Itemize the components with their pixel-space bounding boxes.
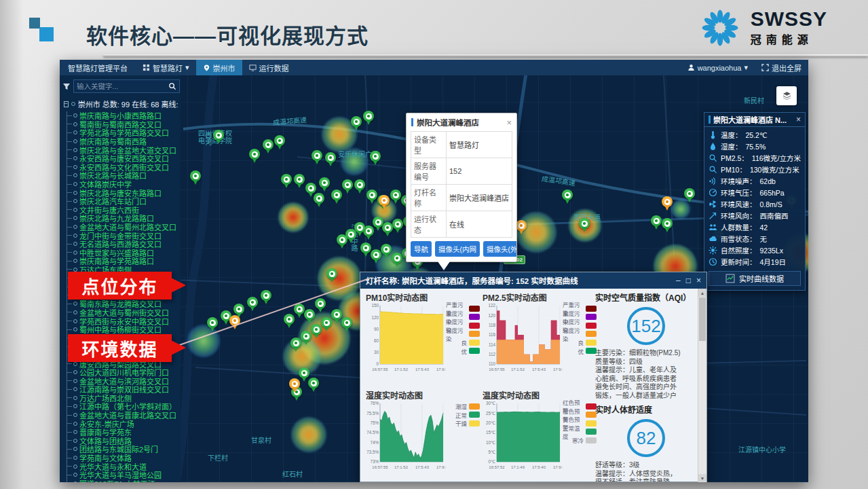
streetlight-pin[interactable] bbox=[351, 116, 362, 130]
tree-item[interactable]: 蜀南街与蜀南西路交叉口 bbox=[67, 120, 178, 129]
streetlight-pin[interactable] bbox=[325, 152, 336, 166]
streetlight-pin[interactable] bbox=[263, 139, 273, 153]
streetlight-pin[interactable] bbox=[294, 304, 305, 318]
tree-item[interactable]: 金盆地大道与蜀州北路交叉口 bbox=[67, 223, 178, 232]
tree-item[interactable]: 学苑西街与永安中路交叉口 bbox=[67, 316, 178, 325]
tree-root[interactable]: − 崇州市 总数: 99 在线: 68 离线: 31 bbox=[64, 98, 178, 109]
streetlight-pin[interactable] bbox=[308, 378, 319, 392]
scroll-up-icon[interactable]: ▲ bbox=[698, 289, 706, 297]
streetlight-pin[interactable] bbox=[354, 179, 365, 194]
streetlight-pin[interactable] bbox=[392, 219, 403, 233]
streetlight-pin[interactable] bbox=[281, 174, 292, 188]
streetlight-pin[interactable] bbox=[370, 151, 381, 165]
streetlight-pin[interactable] bbox=[392, 253, 402, 267]
streetlight-pin[interactable] bbox=[304, 309, 315, 323]
close-icon[interactable]: × bbox=[506, 117, 512, 128]
tree-item[interactable]: 学苑北路与学苑西路交叉口 bbox=[67, 128, 178, 137]
tree-item[interactable]: 永安东-崇庆广场 bbox=[67, 419, 178, 428]
streetlight-pin[interactable] bbox=[294, 174, 305, 188]
streetlight-pin[interactable] bbox=[360, 242, 371, 257]
minimize-icon[interactable]: – bbox=[676, 276, 681, 285]
streetlight-pin[interactable] bbox=[249, 149, 260, 163]
streetlight-pin[interactable] bbox=[662, 196, 673, 211]
tree-item[interactable]: 文体路崇庆中学 bbox=[67, 180, 178, 189]
tree-item[interactable]: 崇庆北路与九龙路路口 bbox=[67, 214, 178, 223]
scroll-down-icon[interactable]: ▼ bbox=[698, 474, 706, 482]
tree-item[interactable]: 文体路与团结路 bbox=[67, 437, 178, 446]
tree-item[interactable]: 崇庆北路汽车站门口 bbox=[67, 197, 178, 206]
streetlight-pin[interactable] bbox=[562, 189, 573, 204]
close-icon[interactable]: × bbox=[796, 115, 801, 124]
streetlight-pin[interactable] bbox=[366, 189, 377, 204]
tree-item[interactable]: 崇庆南路与学苑路路口 bbox=[67, 257, 178, 266]
navigate-button[interactable]: 导航 bbox=[411, 241, 432, 257]
exit-fullscreen-button[interactable]: 退出全屏 bbox=[755, 60, 808, 75]
tree-item[interactable]: 无名道路与西游路交叉口 bbox=[67, 240, 178, 249]
streetlight-pin[interactable] bbox=[284, 314, 295, 328]
search-input[interactable] bbox=[77, 82, 168, 90]
tree-item[interactable]: 江源中路（第七小学斜对面） bbox=[67, 402, 178, 411]
tree-item[interactable]: 金盆地大道与蜀州街交叉口 bbox=[67, 308, 178, 317]
tree-item[interactable]: 光华大道与羊马湿地公园 bbox=[67, 471, 178, 479]
streetlight-pin[interactable] bbox=[290, 338, 301, 352]
tree-item[interactable]: 文井街与唐六西街 bbox=[67, 206, 178, 215]
realtime-curve-button[interactable]: 实时曲线数据 bbox=[709, 271, 801, 286]
tree-item[interactable]: 中胜世家与兴盛路路口 bbox=[67, 249, 178, 257]
streetlight-pin[interactable] bbox=[274, 135, 285, 149]
tree-item[interactable]: 国道318至F1-上林西江 bbox=[67, 479, 178, 482]
tree-item[interactable]: 永安西路与唐安西路交叉口 bbox=[67, 154, 178, 163]
camera-external-button[interactable]: 摄像头(外网 bbox=[483, 241, 516, 257]
streetlight-pin[interactable] bbox=[314, 193, 324, 207]
tree-item[interactable]: 江源南路与崇双旧线交叉口 bbox=[67, 385, 178, 394]
tree-item[interactable]: 崇庆南路与蜀南西路 bbox=[67, 137, 178, 146]
close-icon[interactable]: × bbox=[696, 276, 701, 285]
streetlight-pin[interactable] bbox=[516, 220, 527, 234]
streetlight-pin[interactable] bbox=[315, 298, 326, 312]
streetlight-pin[interactable] bbox=[381, 244, 392, 258]
streetlight-pin[interactable] bbox=[382, 222, 393, 236]
streetlight-pin[interactable] bbox=[319, 177, 330, 192]
streetlight-pin[interactable] bbox=[190, 170, 201, 185]
tree-item[interactable]: 崇庆南路与小康西路路口 bbox=[67, 111, 178, 120]
tree-item[interactable]: 公园大道四川机电学院门口 bbox=[67, 368, 178, 377]
nav-item-智慧路灯[interactable]: 智慧路灯▾ bbox=[136, 60, 196, 75]
tree-item[interactable]: 光华大道与永和大道 bbox=[67, 462, 178, 471]
tree-item[interactable]: 金盆地大道与晋康北路交叉口 bbox=[67, 411, 178, 420]
tree-item[interactable]: 蜀南东路与龙腾路交叉口 bbox=[67, 300, 178, 308]
streetlight-pin[interactable] bbox=[371, 249, 381, 264]
streetlight-pin[interactable] bbox=[390, 189, 401, 204]
nav-item-崇州市[interactable]: 崇州市 bbox=[196, 60, 242, 75]
camera-internal-button[interactable]: 摄像头(内网 bbox=[435, 241, 480, 257]
tree-item[interactable]: 永安西路与文化西街交叉口 bbox=[67, 163, 178, 172]
filter-icon[interactable] bbox=[62, 82, 71, 90]
map-layers-button[interactable] bbox=[776, 86, 797, 105]
streetlight-pin[interactable] bbox=[341, 317, 352, 331]
data-curve-header[interactable]: 灯杆名称: 崇阳大道澜峰酒店，服务器编号: 152 实时数据曲线 –□× bbox=[360, 272, 706, 289]
tree-item[interactable]: 金盆地大道与滨河路交叉口 bbox=[67, 376, 178, 385]
tree-item[interactable]: 崇庆北路与长城路口 bbox=[67, 171, 178, 180]
streetlight-pin[interactable] bbox=[326, 268, 337, 283]
tree-item[interactable]: 龙门中街与金带街交叉口 bbox=[67, 231, 178, 240]
streetlight-pin[interactable] bbox=[213, 130, 224, 144]
tree-item[interactable]: 团结路与东城国际2号门 bbox=[67, 445, 178, 454]
streetlight-pin[interactable] bbox=[247, 297, 258, 311]
streetlight-pin[interactable] bbox=[342, 179, 353, 194]
streetlight-pin[interactable] bbox=[379, 195, 390, 209]
tree-item[interactable]: 蜀州中路与杨柳街交叉口 bbox=[67, 325, 178, 334]
streetlight-pin[interactable] bbox=[261, 290, 271, 304]
streetlight-pin[interactable] bbox=[311, 324, 322, 338]
streetlight-pin[interactable] bbox=[312, 150, 322, 164]
streetlight-pin[interactable] bbox=[373, 217, 383, 231]
streetlight-pin[interactable] bbox=[651, 215, 662, 230]
streetlight-pin[interactable] bbox=[301, 331, 312, 345]
tree-item[interactable]: 崇庆北路与唐安东路路口 bbox=[67, 188, 178, 197]
tree-item[interactable]: 晋康南与学苑东 bbox=[67, 428, 178, 437]
search-icon[interactable] bbox=[168, 82, 176, 90]
streetlight-pin[interactable] bbox=[331, 309, 342, 323]
tree-item[interactable]: 崇庆北路与金盆地大道交叉口 bbox=[67, 145, 178, 154]
streetlight-pin[interactable] bbox=[662, 218, 673, 232]
popout-icon[interactable]: □ bbox=[686, 276, 691, 285]
tree-item[interactable]: 万达广场西北侧 bbox=[67, 394, 178, 403]
user-menu[interactable]: wangxiaohua ▾ bbox=[681, 60, 755, 75]
streetlight-pin[interactable] bbox=[207, 317, 218, 331]
